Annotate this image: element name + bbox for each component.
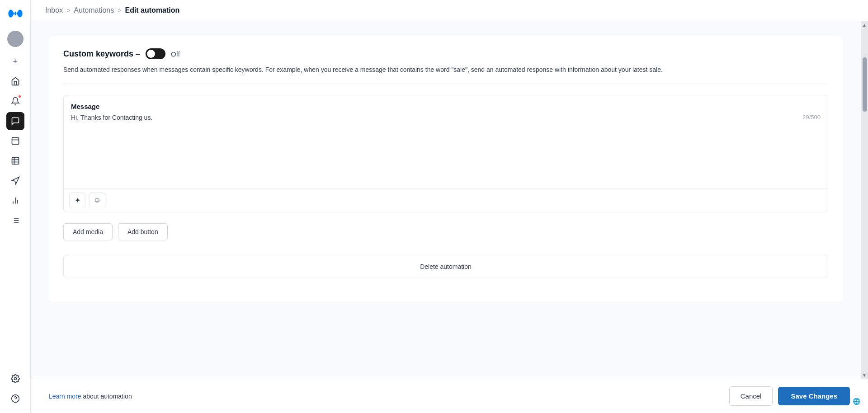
- delete-label: Delete automation: [420, 263, 472, 270]
- content-scroll: Custom keywords – Off Send automated res…: [31, 21, 861, 379]
- main-area: Inbox > Automations > Edit automation Cu…: [31, 0, 868, 413]
- svg-rect-2: [12, 158, 19, 164]
- add-media-button[interactable]: Add media: [63, 223, 113, 240]
- help-icon[interactable]: [6, 390, 24, 408]
- message-label: Message: [64, 95, 828, 114]
- breadcrumb: Inbox > Automations > Edit automation: [31, 0, 868, 21]
- table-icon[interactable]: [6, 152, 24, 170]
- panel-header: Custom keywords – Off: [63, 48, 828, 59]
- meta-logo: [7, 5, 24, 29]
- emoji-button[interactable]: ☺: [89, 192, 105, 208]
- panel: Custom keywords – Off Send automated res…: [49, 36, 843, 302]
- panel-description: Send automated responses when messages c…: [63, 65, 828, 75]
- ai-assist-button[interactable]: ✦: [69, 192, 85, 208]
- scroll-thumb[interactable]: [863, 57, 867, 112]
- svg-rect-0: [12, 138, 19, 145]
- message-section: Message Hi, Thanks for Contacting us. 29…: [63, 95, 828, 212]
- megaphone-icon[interactable]: [6, 172, 24, 190]
- notification-badge: [18, 95, 21, 98]
- char-count: 29/500: [802, 114, 821, 121]
- list-icon[interactable]: [6, 211, 24, 230]
- delete-automation-section[interactable]: Delete automation: [63, 255, 828, 278]
- add-icon[interactable]: +: [6, 52, 24, 70]
- save-changes-button[interactable]: Save Changes: [778, 387, 850, 405]
- ai-icon: ✦: [75, 196, 80, 205]
- chart-icon[interactable]: [6, 192, 24, 210]
- learn-more-suffix: about automation: [83, 393, 132, 400]
- breadcrumb-sep-1: >: [66, 7, 70, 14]
- scrollbar[interactable]: ▲ ▼: [861, 21, 868, 379]
- section-divider: [63, 84, 828, 84]
- user-avatar: [7, 31, 24, 47]
- learn-more-link[interactable]: Learn more: [49, 393, 81, 400]
- scroll-down-arrow[interactable]: ▼: [861, 371, 868, 379]
- add-button-button[interactable]: Add button: [118, 223, 168, 240]
- breadcrumb-automations[interactable]: Automations: [74, 6, 114, 14]
- globe-icon[interactable]: 🌐: [850, 395, 863, 408]
- settings-icon[interactable]: [6, 370, 24, 388]
- message-textarea[interactable]: Hi, Thanks for Contacting us.: [64, 114, 828, 186]
- breadcrumb-inbox[interactable]: Inbox: [45, 6, 63, 14]
- message-textarea-wrapper: Hi, Thanks for Contacting us. 29/500: [64, 114, 828, 188]
- panel-title: Custom keywords –: [63, 49, 140, 59]
- cancel-button[interactable]: Cancel: [729, 386, 773, 406]
- action-buttons: Add media Add button: [63, 223, 828, 240]
- content-area: Custom keywords – Off Send automated res…: [31, 21, 868, 379]
- toggle-label: Off: [171, 50, 180, 58]
- learn-more-text: Learn more about automation: [49, 393, 132, 400]
- scroll-up-arrow[interactable]: ▲: [861, 21, 868, 28]
- svg-point-15: [14, 378, 16, 380]
- footer-bar: Learn more about automation Cancel Save …: [31, 379, 868, 413]
- chat-icon[interactable]: [6, 112, 24, 130]
- home-icon[interactable]: [6, 72, 24, 90]
- bell-icon[interactable]: [6, 92, 24, 110]
- footer-actions: Cancel Save Changes: [729, 386, 850, 406]
- inbox-icon[interactable]: [6, 132, 24, 150]
- breadcrumb-sep-2: >: [118, 7, 121, 14]
- toggle-switch[interactable]: [146, 48, 165, 59]
- breadcrumb-current: Edit automation: [125, 6, 179, 14]
- toggle-knob: [147, 50, 155, 58]
- message-toolbar: ✦ ☺: [64, 188, 828, 212]
- sidebar: +: [0, 0, 31, 413]
- emoji-icon: ☺: [94, 196, 101, 204]
